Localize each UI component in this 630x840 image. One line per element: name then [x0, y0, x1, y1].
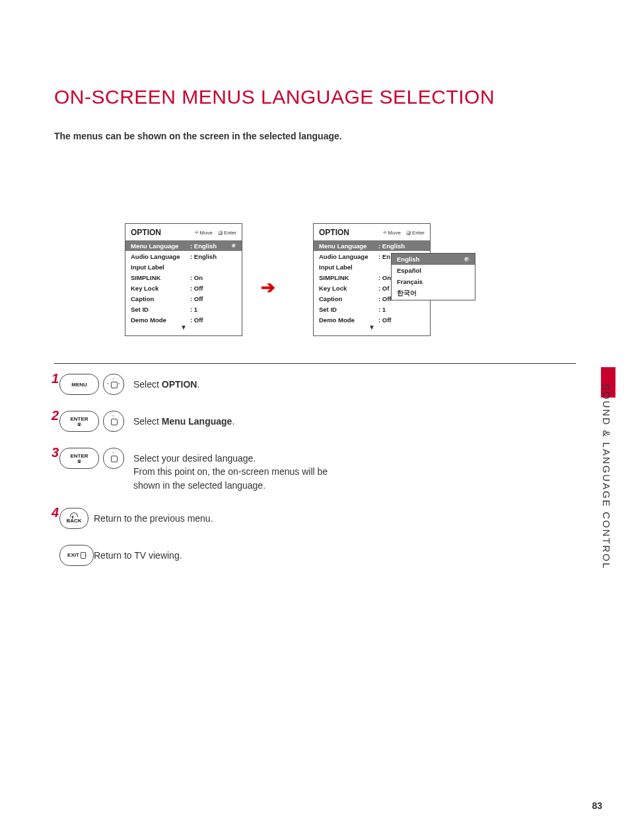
osd-label: Menu Language — [131, 242, 190, 250]
step-text: Select OPTION. — [133, 374, 199, 391]
exit-button[interactable]: EXIT — [59, 545, 94, 566]
language-dropdown[interactable]: English Español Français 한국어 — [391, 253, 475, 300]
step-text: Select Menu Language. — [133, 411, 234, 428]
osd-row[interactable]: SIMPLINK: On — [125, 272, 242, 283]
step-text: Return to the previous menu. — [94, 508, 213, 525]
dropdown-item[interactable]: Español — [392, 265, 475, 276]
dropdown-item[interactable]: English — [392, 254, 475, 265]
dpad-icon: ˄˅ — [108, 452, 120, 464]
step-number: 3 — [52, 445, 59, 460]
back-icon — [70, 512, 78, 517]
enter-icon — [406, 230, 411, 235]
dpad-button[interactable]: ˄˅ — [103, 448, 124, 469]
dropdown-item[interactable]: Français — [392, 276, 475, 287]
dropdown-item[interactable]: 한국어 — [392, 287, 475, 300]
page-title: ON-SCREEN MENUS LANGUAGE SELECTION — [54, 86, 495, 108]
dpad-icon: ˄˅˂˃ — [108, 378, 120, 390]
osd-row[interactable]: Input Label — [125, 262, 242, 272]
osd-title: OPTION — [131, 228, 195, 237]
menu-button[interactable]: MENU — [59, 374, 99, 395]
step-2: 2 ENTER⦿ ˄˅ Select Menu Language. — [52, 411, 448, 432]
osd-panel-before: OPTION ⟡Move Enter Menu Language : Engli… — [125, 223, 242, 336]
osd-row-menu-language[interactable]: Menu Language : English — [125, 240, 242, 251]
osd-row[interactable]: Caption: Off — [125, 293, 242, 304]
back-button[interactable]: BACK — [59, 508, 88, 529]
enter-icon — [218, 230, 223, 235]
step-1: 1 MENU ˄˅˂˃ Select OPTION. — [52, 374, 448, 395]
osd-value: : English — [190, 242, 232, 250]
dpad-icon: ˄˅ — [108, 415, 120, 427]
step-3: 3 ENTER⦿ ˄˅ Select your desired language… — [52, 448, 448, 492]
step-text: Select your desired language. From this … — [133, 448, 345, 492]
step-5: EXIT Return to TV viewing. — [52, 545, 448, 566]
step-number: 2 — [52, 408, 59, 423]
intro-text: The menus can be shown on the screen in … — [54, 131, 342, 141]
osd-row[interactable]: Set ID: 1 — [125, 304, 242, 314]
dropdown-label: English — [397, 256, 419, 263]
hint-move: Move — [388, 230, 401, 236]
page-number: 83 — [592, 800, 602, 811]
chevron-down-icon: ▼ — [314, 325, 430, 333]
osd-row-menu-language[interactable]: Menu Language : English — [314, 240, 430, 251]
side-tab-label: SOUND & LANGUAGE CONTROL — [601, 384, 612, 569]
osd-row[interactable]: Audio Language: English — [125, 251, 242, 262]
enter-icon — [232, 244, 236, 248]
dpad-button[interactable]: ˄˅ — [103, 411, 124, 432]
osd-title: OPTION — [319, 228, 383, 237]
enter-button[interactable]: ENTER⦿ — [59, 411, 99, 432]
hint-move: Move — [199, 230, 213, 236]
step-number: 4 — [52, 505, 59, 520]
step-number: 1 — [52, 371, 59, 386]
arrow-right-icon: ➔ — [261, 277, 275, 298]
dpad-button[interactable]: ˄˅˂˃ — [103, 374, 124, 395]
hint-enter: Enter — [412, 230, 425, 236]
divider — [54, 363, 576, 364]
exit-icon — [81, 552, 86, 559]
osd-row[interactable]: Key Lock: Off — [125, 283, 242, 293]
nav-icon: ⟡ — [195, 229, 198, 236]
osd-row[interactable]: Set ID: 1 — [314, 304, 430, 314]
enter-icon — [464, 257, 470, 262]
step-text: Return to TV viewing. — [94, 545, 182, 562]
nav-icon: ⟡ — [383, 229, 386, 236]
step-4: 4 BACK Return to the previous menu. — [52, 508, 448, 529]
chevron-down-icon: ▼ — [125, 325, 242, 333]
enter-button[interactable]: ENTER⦿ — [59, 448, 99, 469]
hint-enter: Enter — [224, 230, 236, 236]
